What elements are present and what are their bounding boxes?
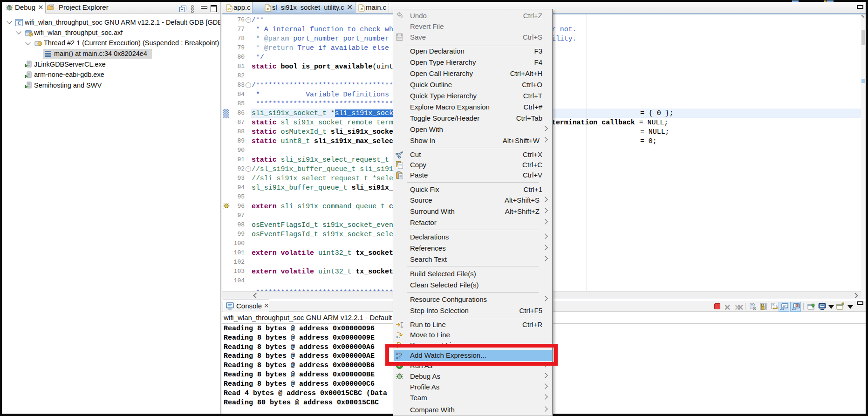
svg-text:.c: .c xyxy=(360,7,363,11)
svg-text:.c: .c xyxy=(266,7,270,11)
svg-text:.c: .c xyxy=(227,7,231,11)
svg-text:C: C xyxy=(17,20,21,26)
